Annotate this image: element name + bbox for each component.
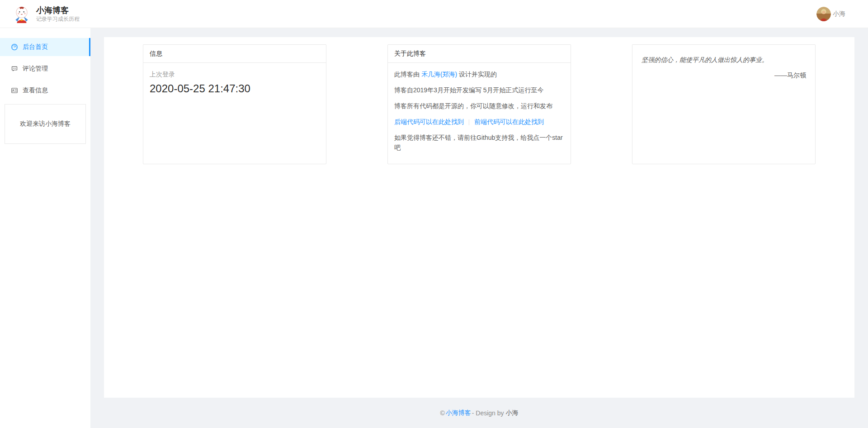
- quote-author: ——马尔顿: [642, 70, 806, 80]
- quote-text: 坚强的信心，能使平凡的人做出惊人的事业。: [642, 55, 806, 65]
- card-about-title: 关于此博客: [388, 45, 571, 63]
- card-info-body: 上次登录 2020-05-25 21:47:30: [143, 63, 326, 101]
- about-author-line: 此博客由 禾几海(郑海) 设计并实现的: [394, 69, 564, 79]
- sidebar-item-label: 查看信息: [23, 86, 48, 95]
- author-profile-link[interactable]: 禾几海(郑海): [421, 71, 457, 78]
- user-name: 小海: [833, 10, 845, 18]
- content-panel: 信息 上次登录 2020-05-25 21:47:30 关于此博客 此博客由 禾…: [104, 37, 854, 398]
- last-login-value: 2020-05-25 21:47:30: [150, 82, 320, 95]
- sidebar: 后台首页 评论管理: [0, 28, 90, 428]
- site-subtitle: 记录学习成长历程: [36, 15, 80, 23]
- welcome-box: 欢迎来访小海博客: [5, 104, 86, 144]
- top-header: 小海博客 记录学习成长历程 小海: [0, 0, 868, 28]
- cards-row: 信息 上次登录 2020-05-25 21:47:30 关于此博客 此博客由 禾…: [104, 37, 854, 164]
- card-info: 信息 上次登录 2020-05-25 21:47:30: [143, 44, 326, 164]
- about-star-line: 如果觉得博客还不错，请前往Github支持我，给我点一个star吧: [394, 133, 564, 152]
- card-about-body: 此博客由 禾几海(郑海) 设计并实现的 博客自2019年3月开始开发编写 5月开…: [388, 63, 571, 159]
- last-login-label: 上次登录: [150, 69, 320, 79]
- sidebar-item-label: 评论管理: [23, 65, 48, 73]
- copyright-symbol: ©: [440, 409, 444, 417]
- footer-designer-name: 小海: [506, 409, 519, 417]
- sidebar-item-dashboard[interactable]: 后台首页: [0, 38, 90, 56]
- card-quote: 坚强的信心，能使平凡的人做出惊人的事业。 ——马尔顿: [632, 44, 816, 164]
- main-layout: 后台首页 评论管理: [0, 28, 868, 428]
- frontend-code-link[interactable]: 前端代码可以在此处找到: [474, 118, 544, 125]
- sidebar-item-comments[interactable]: 评论管理: [0, 60, 90, 78]
- brand: 小海博客 记录学习成长历程: [13, 5, 80, 23]
- sidebar-menu: 后台首页 评论管理: [0, 28, 90, 100]
- user-menu[interactable]: 小海: [816, 7, 845, 21]
- brand-text: 小海博客 记录学习成长历程: [36, 5, 80, 23]
- about-opensource-line: 博客所有代码都是开源的，你可以随意修改，运行和发布: [394, 101, 564, 111]
- idcard-icon: [11, 87, 18, 94]
- about-history-line: 博客自2019年3月开始开发编写 5月开始正式运行至今: [394, 85, 564, 95]
- link-divider: [469, 119, 469, 125]
- sidebar-item-view-info[interactable]: 查看信息: [0, 81, 90, 100]
- backend-code-link[interactable]: 后端代码可以在此处找到: [394, 118, 464, 125]
- about-code-links: 后端代码可以在此处找到前端代码可以在此处找到: [394, 117, 564, 127]
- user-avatar: [816, 7, 831, 21]
- card-quote-body: 坚强的信心，能使平凡的人做出惊人的事业。 ——马尔顿: [632, 45, 815, 90]
- site-title: 小海博客: [36, 5, 80, 15]
- card-about: 关于此博客 此博客由 禾几海(郑海) 设计并实现的 博客自2019年3月开始开发…: [387, 44, 571, 164]
- welcome-text: 欢迎来访小海博客: [20, 120, 71, 128]
- dashboard-icon: [11, 43, 18, 51]
- footer: © 小海博客 - Design by 小海: [90, 398, 868, 428]
- footer-design-by: - Design by: [472, 409, 504, 417]
- main-column: 信息 上次登录 2020-05-25 21:47:30 关于此博客 此博客由 禾…: [90, 28, 868, 428]
- about-author-prefix: 此博客由: [394, 71, 421, 78]
- site-logo-icon: [13, 5, 31, 23]
- about-author-suffix: 设计并实现的: [457, 71, 497, 78]
- sidebar-item-label: 后台首页: [23, 43, 48, 51]
- card-info-title: 信息: [143, 45, 326, 63]
- footer-site-link[interactable]: 小海博客: [446, 409, 471, 417]
- comment-icon: [11, 65, 18, 72]
